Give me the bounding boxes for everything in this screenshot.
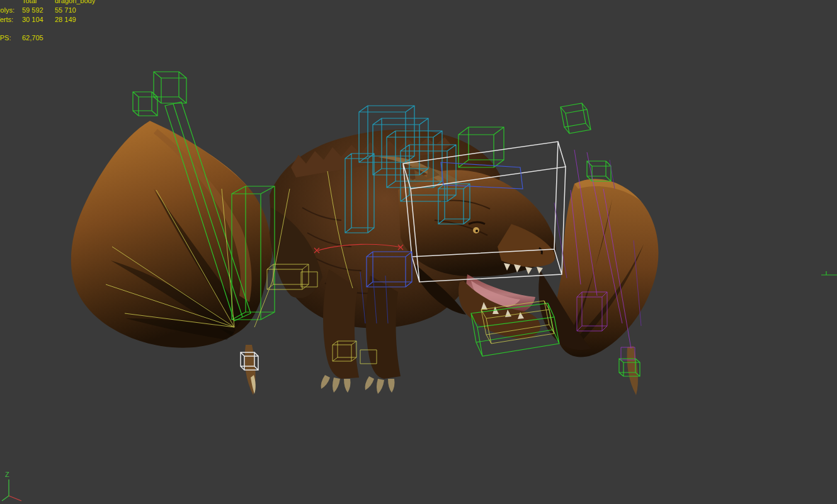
verts-total-value: 30 104 <box>22 15 55 25</box>
stats-header-spacer <box>0 0 22 6</box>
scene-3d[interactable]: Z <box>0 0 837 504</box>
fps-row: FPS: 62,705 <box>0 33 88 43</box>
polys-selection-value: 55 710 <box>55 6 88 15</box>
stats-total-header: Total <box>22 0 55 6</box>
front-leg-left[interactable] <box>323 269 359 379</box>
polys-row: Polys: 59 592 55 710 <box>0 6 88 15</box>
axis-x-line <box>9 496 21 501</box>
axis-y-line <box>2 496 9 501</box>
bone-box <box>154 72 186 103</box>
verts-label: Verts: <box>0 15 22 25</box>
fps-value: 62,705 <box>22 33 55 43</box>
statistics-overlay: Total dragon_body Polys: 59 592 55 710 V… <box>0 0 88 43</box>
edge-clipped-gizmo <box>821 271 837 275</box>
pupil <box>475 230 478 232</box>
front-leg-right[interactable] <box>366 276 401 379</box>
axis-z-label: Z <box>5 471 9 478</box>
world-axis-gizmo: Z <box>2 471 21 501</box>
right-wing-claw[interactable] <box>627 346 638 395</box>
stats-header-row: Total dragon_body <box>0 0 88 6</box>
verts-row: Verts: 30 104 28 149 <box>0 15 88 25</box>
polys-total-value: 59 592 <box>22 6 55 15</box>
bone-box <box>587 161 611 181</box>
viewport-3d[interactable]: Total dragon_body Polys: 59 592 55 710 V… <box>0 0 837 504</box>
polys-label: Polys: <box>0 6 22 15</box>
verts-selection-value: 28 149 <box>55 15 88 25</box>
stats-selection-header: dragon_body <box>55 0 88 6</box>
bone-box <box>561 103 591 133</box>
fps-label: FPS: <box>0 33 22 43</box>
